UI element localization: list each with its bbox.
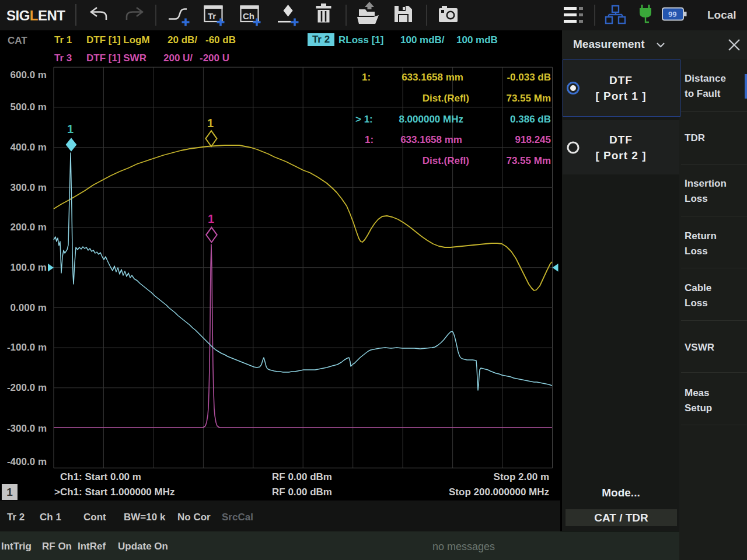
svg-text:99: 99 (668, 10, 676, 19)
svg-text:1: 1 (207, 117, 214, 130)
svg-text:Tr: Tr (208, 11, 216, 21)
svg-text:1: 1 (208, 212, 214, 225)
svg-text:1: 1 (67, 123, 74, 135)
svg-text:Ch: Ch (243, 11, 254, 21)
